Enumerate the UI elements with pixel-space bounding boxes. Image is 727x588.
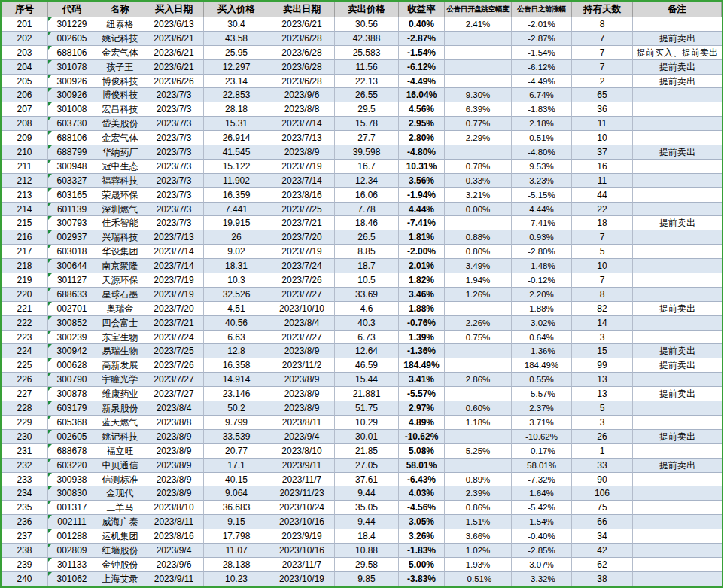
cell-pre-announce-gain[interactable]: -5.42% — [512, 501, 572, 515]
cell-holding-days[interactable]: 106 — [572, 486, 633, 501]
cell-buy-price[interactable]: 9.15 — [204, 515, 269, 529]
cell-return-rate[interactable]: 1.81% — [399, 230, 445, 245]
cell-note[interactable] — [633, 515, 722, 529]
cell-buy-price[interactable]: 11.07 — [204, 544, 269, 558]
cell-buy-price[interactable]: 23.14 — [204, 75, 269, 89]
cell-seq[interactable]: 204 — [2, 60, 48, 75]
cell-sell-date[interactable]: 2023/6/28 — [269, 75, 335, 89]
cell-sell-price[interactable]: 30.01 — [335, 430, 399, 444]
cell-seq[interactable]: 213 — [2, 188, 48, 203]
cell-return-rate[interactable]: 1.39% — [399, 331, 445, 345]
cell-holding-days[interactable]: 44 — [572, 188, 633, 203]
cell-seq[interactable]: 239 — [2, 558, 48, 572]
cell-announce-open-gap[interactable]: 0.00% — [445, 203, 512, 217]
cell-code[interactable]: 301133 — [48, 558, 96, 572]
cell-sell-price[interactable]: 18.46 — [335, 216, 399, 230]
cell-code[interactable]: 688106 — [48, 131, 96, 145]
column-header-seq[interactable]: 序号 — [2, 2, 48, 17]
cell-buy-date[interactable]: 2023/6/21 — [144, 46, 204, 60]
cell-announce-open-gap[interactable]: 3.21% — [445, 188, 512, 203]
cell-holding-days[interactable]: 26 — [572, 430, 633, 444]
cell-sell-date[interactable]: 2023/11/7 — [269, 558, 335, 572]
cell-seq[interactable]: 237 — [2, 529, 48, 544]
cell-sell-date[interactable]: 2023/8/8 — [269, 102, 335, 117]
cell-seq[interactable]: 211 — [2, 160, 48, 174]
cell-buy-price[interactable]: 16.358 — [204, 358, 269, 373]
cell-sell-price[interactable]: 40.3 — [335, 316, 399, 331]
cell-code[interactable]: 688633 — [48, 288, 96, 302]
cell-sell-price[interactable]: 33.69 — [335, 288, 399, 302]
cell-seq[interactable]: 218 — [2, 259, 48, 273]
cell-holding-days[interactable]: 36 — [572, 102, 633, 117]
cell-buy-price[interactable]: 36.683 — [204, 501, 269, 515]
cell-holding-days[interactable]: 7 — [572, 46, 633, 60]
cell-note[interactable]: 提前卖出 — [633, 60, 722, 75]
cell-holding-days[interactable]: 10 — [572, 131, 633, 145]
cell-announce-open-gap[interactable] — [445, 387, 512, 401]
cell-announce-open-gap[interactable]: 2.29% — [445, 131, 512, 145]
cell-buy-date[interactable]: 2023/8/4 — [144, 401, 204, 416]
cell-seq[interactable]: 221 — [2, 302, 48, 316]
cell-return-rate[interactable]: 2.95% — [399, 117, 445, 131]
cell-code[interactable]: 688799 — [48, 145, 96, 160]
cell-name[interactable]: 姚记科技 — [96, 32, 144, 46]
cell-return-rate[interactable]: -2.00% — [399, 245, 445, 259]
cell-holding-days[interactable]: 3 — [572, 416, 633, 430]
cell-announce-open-gap[interactable] — [445, 358, 512, 373]
cell-sell-date[interactable]: 2023/10/24 — [269, 501, 335, 515]
cell-note[interactable]: 提前卖出 — [633, 216, 722, 230]
cell-name[interactable]: 三羊马 — [96, 501, 144, 515]
cell-holding-days[interactable]: 1 — [572, 444, 633, 459]
cell-buy-price[interactable]: 12.297 — [204, 60, 269, 75]
cell-note[interactable] — [633, 259, 722, 273]
cell-name[interactable]: 运机集团 — [96, 529, 144, 544]
cell-code[interactable]: 300239 — [48, 331, 96, 345]
cell-name[interactable]: 维康药业 — [96, 387, 144, 401]
cell-sell-date[interactable]: 2023/11/7 — [269, 473, 335, 487]
cell-buy-price[interactable]: 26 — [204, 230, 269, 245]
cell-buy-date[interactable]: 2023/8/9 — [144, 430, 204, 444]
cell-return-rate[interactable]: 4.44% — [399, 203, 445, 217]
cell-code[interactable]: 002809 — [48, 544, 96, 558]
cell-buy-price[interactable]: 18.31 — [204, 259, 269, 273]
cell-code[interactable]: 002937 — [48, 230, 96, 245]
cell-note[interactable] — [633, 160, 722, 174]
cell-code[interactable]: 300644 — [48, 259, 96, 273]
cell-sell-price[interactable]: 26.5 — [335, 230, 399, 245]
cell-announce-open-gap[interactable]: 3.66% — [445, 529, 512, 544]
cell-return-rate[interactable]: 4.03% — [399, 486, 445, 501]
cell-pre-announce-gain[interactable]: -5.15% — [512, 188, 572, 203]
cell-note[interactable] — [633, 131, 722, 145]
cell-note[interactable] — [633, 486, 722, 501]
cell-sell-date[interactable]: 2023/7/13 — [269, 131, 335, 145]
cell-holding-days[interactable]: 11 — [572, 117, 633, 131]
cell-code[interactable]: 300948 — [48, 160, 96, 174]
cell-announce-open-gap[interactable] — [445, 75, 512, 89]
cell-sell-date[interactable]: 2023/10/16 — [269, 544, 335, 558]
cell-name[interactable]: 高新发展 — [96, 358, 144, 373]
cell-note[interactable] — [633, 444, 722, 459]
cell-holding-days[interactable]: 18 — [572, 216, 633, 230]
cell-name[interactable]: 南京聚隆 — [96, 259, 144, 273]
cell-buy-price[interactable]: 16.359 — [204, 188, 269, 203]
cell-seq[interactable]: 231 — [2, 444, 48, 459]
cell-holding-days[interactable]: 7 — [572, 230, 633, 245]
cell-buy-date[interactable]: 2023/7/14 — [144, 245, 204, 259]
cell-buy-date[interactable]: 2023/7/26 — [144, 358, 204, 373]
cell-code[interactable]: 300938 — [48, 473, 96, 487]
cell-return-rate[interactable]: 58.01% — [399, 459, 445, 473]
cell-holding-days[interactable]: 2 — [572, 75, 633, 89]
cell-buy-price[interactable]: 9.02 — [204, 245, 269, 259]
cell-note[interactable]: 提前买入、提前卖出 — [633, 46, 722, 60]
cell-seq[interactable]: 234 — [2, 486, 48, 501]
cell-pre-announce-gain[interactable]: -2.87% — [512, 32, 572, 46]
cell-sell-date[interactable]: 2023/7/25 — [269, 203, 335, 217]
cell-holding-days[interactable]: 22 — [572, 203, 633, 217]
cell-sell-date[interactable]: 2023/8/9 — [269, 387, 335, 401]
cell-sell-date[interactable]: 2023/8/11 — [269, 416, 335, 430]
cell-buy-price[interactable]: 40.56 — [204, 316, 269, 331]
cell-sell-price[interactable]: 12.34 — [335, 174, 399, 188]
column-header-holding-days[interactable]: 持有天数 — [572, 2, 633, 17]
cell-sell-date[interactable]: 2023/9/19 — [269, 529, 335, 544]
cell-buy-price[interactable]: 15.31 — [204, 117, 269, 131]
